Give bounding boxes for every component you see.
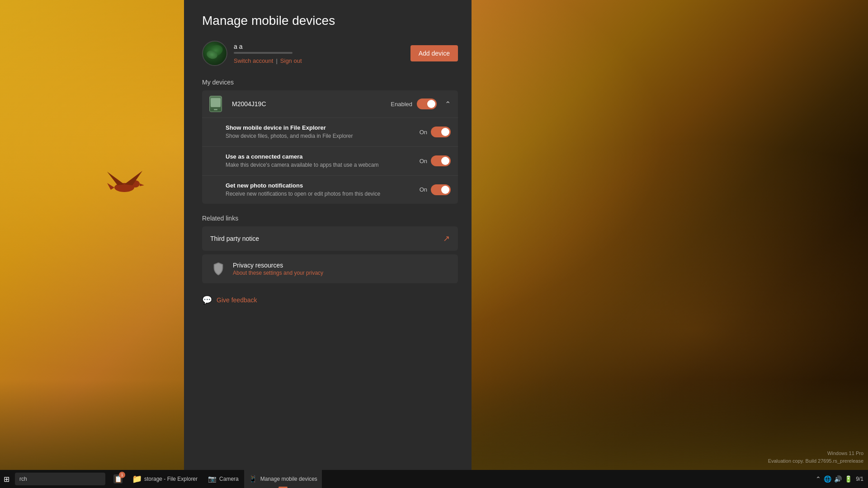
toggle-knob <box>441 186 449 194</box>
my-devices-label: My devices <box>202 79 458 86</box>
link-separator: | <box>276 57 277 64</box>
taskbar-search-text: rch <box>19 476 27 482</box>
camera-on-label: On <box>420 158 427 164</box>
watermark-line1: Windows 11 Pro <box>768 450 863 458</box>
file-explorer-label: storage - File Explorer <box>144 476 198 482</box>
external-link-icon: ↗ <box>443 234 450 244</box>
taskbar-search-box[interactable]: rch <box>15 473 105 485</box>
taskbar-app-camera[interactable]: 📷 Camera <box>203 470 243 488</box>
photo-notifications-control: On <box>420 184 451 195</box>
camera-title: Use as a connected camera <box>226 153 414 160</box>
account-progress-bar <box>234 52 292 54</box>
privacy-resources-title: Privacy resources <box>233 262 323 269</box>
add-device-button[interactable]: Add device <box>410 45 458 61</box>
privacy-resources-info: Privacy resources About these settings a… <box>233 262 323 276</box>
toggle-knob <box>441 157 449 165</box>
watermark-line2: Evaluation copy. Build 27695.rs_prerelea… <box>768 457 863 465</box>
file-explorer-title: Show mobile device in File Explorer <box>226 124 414 131</box>
device-name: M2004J19C <box>232 100 384 108</box>
file-explorer-control: On <box>420 127 451 137</box>
privacy-resources-link[interactable]: Privacy resources About these settings a… <box>202 254 458 283</box>
tray-icons: ⌃ 🌐 🔊 🔋 <box>816 475 852 483</box>
svg-marker-5 <box>124 171 142 185</box>
privacy-resources-card: Privacy resources About these settings a… <box>202 254 458 283</box>
third-party-notice-link[interactable]: Third party notice ↗ <box>202 226 458 251</box>
photo-notifications-setting: Get new photo notifications Receive new … <box>202 176 458 204</box>
mobile-devices-icon: 📱 <box>249 474 258 483</box>
privacy-resources-subtitle: About these settings and your privacy <box>233 270 323 276</box>
photo-notifications-text: Get new photo notifications Receive new … <box>226 182 414 198</box>
settings-panel: Manage mobile devices a a Switch account… <box>184 0 472 470</box>
device-header: M2004J19C Enabled ⌃ <box>202 90 458 118</box>
taskbar-apps: 📋 1 📁 storage - File Explorer 📷 Camera 📱… <box>109 470 322 488</box>
taskbar-app-mobile-devices[interactable]: 📱 Manage mobile devices <box>244 470 322 488</box>
account-section: a a Switch account | Sign out Add device <box>202 41 458 66</box>
device-enabled-label: Enabled <box>391 101 412 108</box>
toggle-knob <box>427 100 435 108</box>
shield-icon <box>210 261 226 277</box>
file-explorer-desc: Show device files, photos, and media in … <box>226 132 414 140</box>
camera-app-icon: 📷 <box>208 474 217 483</box>
device-card: M2004J19C Enabled ⌃ Show mobile device i… <box>202 90 458 204</box>
account-details: a a Switch account | Sign out <box>234 43 302 64</box>
file-explorer-setting: Show mobile device in File Explorer Show… <box>202 118 458 147</box>
sign-out-link[interactable]: Sign out <box>280 57 302 64</box>
avatar <box>202 41 227 66</box>
third-party-notice-text: Third party notice <box>210 235 443 242</box>
camera-control: On <box>420 155 451 166</box>
photo-notifications-on-label: On <box>420 186 427 193</box>
bird-decoration <box>88 163 160 208</box>
related-links-section: Related links Third party notice ↗ <box>202 215 458 283</box>
windows-logo-icon: ⊞ <box>4 475 9 483</box>
device-enabled-toggle[interactable] <box>417 99 437 109</box>
file-explorer-icon: 📁 <box>132 474 142 483</box>
account-links: Switch account | Sign out <box>234 57 302 64</box>
notification-badge: 1 <box>119 472 125 478</box>
camera-setting: Use as a connected camera Make this devi… <box>202 147 458 176</box>
photo-notifications-desc: Receive new notifications to open or edi… <box>226 190 414 198</box>
photo-notifications-toggle[interactable] <box>431 184 451 195</box>
camera-label: Camera <box>219 476 239 482</box>
network-icon[interactable]: 🌐 <box>824 475 831 483</box>
svg-marker-2 <box>140 183 144 186</box>
mobile-devices-label: Manage mobile devices <box>260 476 317 482</box>
camera-desc: Make this device's camera available to a… <box>226 161 414 169</box>
account-info: a a Switch account | Sign out <box>202 41 302 66</box>
taskbar-app-unknown[interactable]: 📋 1 <box>109 470 127 488</box>
collapse-chevron-icon[interactable]: ⌃ <box>445 100 451 108</box>
phone-icon <box>209 96 222 112</box>
switch-account-link[interactable]: Switch account <box>234 57 273 64</box>
battery-icon[interactable]: 🔋 <box>844 475 852 483</box>
svg-marker-3 <box>107 183 114 190</box>
account-name: a a <box>234 43 302 50</box>
file-explorer-setting-text: Show mobile device in File Explorer Show… <box>226 124 414 140</box>
photo-notifications-title: Get new photo notifications <box>226 182 414 189</box>
taskbar: ⊞ rch 📋 1 📁 storage - File Explorer 📷 Ca… <box>0 470 868 488</box>
chevron-tray-icon[interactable]: ⌃ <box>816 475 821 483</box>
device-status: Enabled ⌃ <box>391 99 451 109</box>
camera-toggle[interactable] <box>431 155 451 166</box>
related-links-label: Related links <box>202 215 458 222</box>
third-party-notice-card: Third party notice ↗ <box>202 226 458 251</box>
windows-watermark: Windows 11 Pro Evaluation copy. Build 27… <box>768 450 863 465</box>
file-explorer-toggle[interactable] <box>431 127 451 137</box>
give-feedback-text: Give feedback <box>217 296 257 304</box>
give-feedback-link[interactable]: 💬 Give feedback <box>202 292 458 308</box>
svg-marker-4 <box>107 172 124 185</box>
feedback-icon: 💬 <box>202 295 212 305</box>
file-explorer-on-label: On <box>420 129 427 136</box>
taskbar-app-file-explorer[interactable]: 📁 storage - File Explorer <box>128 470 202 488</box>
taskbar-clock[interactable]: 9/1 <box>856 476 863 482</box>
taskbar-start[interactable]: ⊞ <box>0 470 13 488</box>
device-icon <box>209 96 226 112</box>
my-devices-section: My devices M2004J19C Enabled ⌃ <box>202 79 458 204</box>
page-title: Manage mobile devices <box>202 14 458 28</box>
toggle-knob <box>441 128 449 136</box>
camera-setting-text: Use as a connected camera Make this devi… <box>226 153 414 169</box>
volume-icon[interactable]: 🔊 <box>834 475 842 483</box>
taskbar-tray: ⌃ 🌐 🔊 🔋 9/1 <box>816 475 868 483</box>
